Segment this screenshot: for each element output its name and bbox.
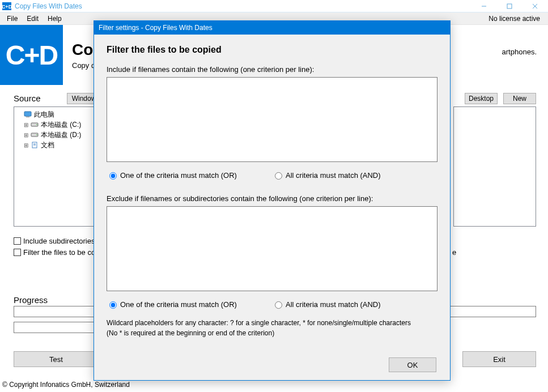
- drive-icon: [30, 121, 39, 129]
- exclude-and-label: All criteria must match (AND): [286, 300, 381, 309]
- include-textarea[interactable]: [107, 77, 437, 162]
- exclude-or-radio[interactable]: One of the criteria must match (OR): [107, 300, 272, 309]
- copyright-text: © Copyright Infonatics GmbH, Switzerland: [2, 381, 130, 389]
- include-or-label: One of the criteria must match (OR): [120, 171, 237, 180]
- main-titlebar: C+D Copy Files With Dates: [0, 0, 548, 12]
- drive-icon: [30, 131, 39, 139]
- maximize-button[interactable]: [497, 0, 522, 12]
- brand-right-text: artphones.: [502, 48, 537, 56]
- window-controls: [471, 0, 548, 12]
- expander-icon[interactable]: ⊞: [22, 142, 30, 148]
- hint-line-2: (No * is required at the beginning or en…: [107, 328, 437, 338]
- checkbox-icon[interactable]: [14, 237, 21, 245]
- exit-button[interactable]: Exit: [462, 351, 536, 367]
- tree-d-label: 本地磁盘 (D:): [41, 130, 81, 140]
- filter-files-label: Filter the files to be co: [23, 248, 95, 257]
- desktop-button[interactable]: Desktop: [465, 93, 498, 104]
- exclude-or-label: One of the criteria must match (OR): [120, 300, 237, 309]
- truncated-text: e: [452, 248, 456, 257]
- menu-file[interactable]: File: [2, 14, 22, 24]
- radio-icon[interactable]: [109, 301, 117, 309]
- expander-icon[interactable]: ⊞: [22, 132, 30, 138]
- test-button[interactable]: Test: [14, 351, 99, 367]
- menu-help[interactable]: Help: [43, 14, 66, 24]
- radio-icon[interactable]: [275, 172, 282, 180]
- exclude-label: Exclude if filenames or subdirectories c…: [107, 194, 437, 203]
- tree-root-label: 此电脑: [34, 110, 54, 120]
- radio-icon[interactable]: [109, 172, 117, 180]
- dialog-titlebar[interactable]: Filter settings - Copy Files With Dates: [94, 21, 450, 35]
- expander-icon[interactable]: ⊞: [22, 122, 30, 128]
- hint-line-1: Wildcard placeholders for any character:…: [107, 318, 437, 328]
- dialog-heading: Filter the files to be copied: [107, 45, 437, 55]
- tree-c-label: 本地磁盘 (C:): [41, 120, 81, 130]
- tree-root[interactable]: 此电脑: [15, 109, 97, 120]
- new-button[interactable]: New: [503, 93, 536, 104]
- tree-d-drive[interactable]: ⊞ 本地磁盘 (D:): [22, 130, 97, 140]
- tree-c-drive[interactable]: ⊞ 本地磁盘 (C:): [22, 120, 97, 130]
- svg-rect-3: [507, 4, 512, 8]
- source-label: Source: [14, 93, 41, 103]
- include-subdir-label: Include subdirectories: [23, 237, 95, 245]
- checkbox-icon[interactable]: [14, 249, 21, 256]
- svg-point-11: [36, 134, 37, 135]
- dialog-title: Filter settings - Copy Files With Dates: [99, 24, 213, 32]
- tree-docs-label: 文档: [41, 140, 54, 150]
- brand-logo: C+D: [0, 25, 63, 85]
- svg-rect-6: [24, 112, 31, 116]
- include-or-radio[interactable]: One of the criteria must match (OR): [107, 171, 272, 180]
- include-label: Include if filenames contain the followi…: [107, 65, 437, 74]
- include-and-radio[interactable]: All criteria must match (AND): [272, 171, 437, 180]
- menu-edit[interactable]: Edit: [22, 14, 43, 24]
- include-subdir-row[interactable]: Include subdirectories: [14, 237, 95, 245]
- exclude-textarea[interactable]: [107, 206, 437, 291]
- include-and-label: All criteria must match (AND): [286, 171, 381, 180]
- document-icon: [30, 141, 39, 149]
- computer-icon: [23, 110, 32, 118]
- license-status: No license active: [488, 15, 546, 23]
- progress-field-3: [442, 306, 536, 317]
- filter-settings-dialog: Filter settings - Copy Files With Dates …: [94, 20, 451, 381]
- svg-rect-7: [26, 117, 29, 117]
- source-tree[interactable]: 此电脑 ⊞ 本地磁盘 (C:) ⊞ 本地磁盘 (D:) ⊞ 文档: [14, 106, 99, 227]
- exclude-and-radio[interactable]: All criteria must match (AND): [272, 300, 437, 309]
- ok-button[interactable]: OK: [389, 357, 436, 372]
- svg-text:C+D: C+D: [2, 4, 11, 10]
- tree-docs[interactable]: ⊞ 文档: [22, 140, 97, 150]
- radio-icon[interactable]: [275, 301, 282, 309]
- window-title: Copy Files With Dates: [15, 2, 82, 10]
- minimize-button[interactable]: [471, 0, 497, 12]
- close-button[interactable]: [522, 0, 548, 12]
- app-icon: C+D: [2, 2, 11, 10]
- destination-panel[interactable]: [453, 106, 536, 227]
- svg-point-9: [36, 124, 37, 125]
- filter-files-row[interactable]: Filter the files to be co: [14, 248, 95, 257]
- progress-label: Progress: [14, 295, 48, 305]
